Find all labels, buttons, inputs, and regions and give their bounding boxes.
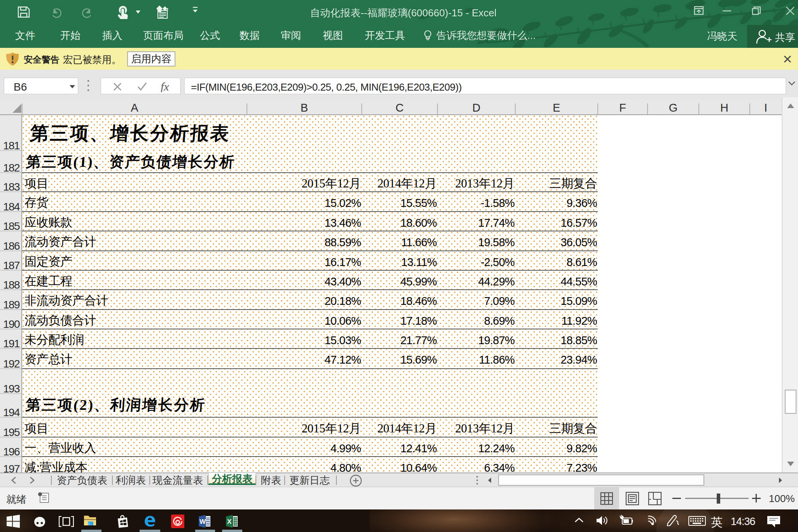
svg-text:X: X xyxy=(227,518,232,525)
svg-text:fx: fx xyxy=(161,81,169,92)
svg-text:W: W xyxy=(200,518,206,525)
